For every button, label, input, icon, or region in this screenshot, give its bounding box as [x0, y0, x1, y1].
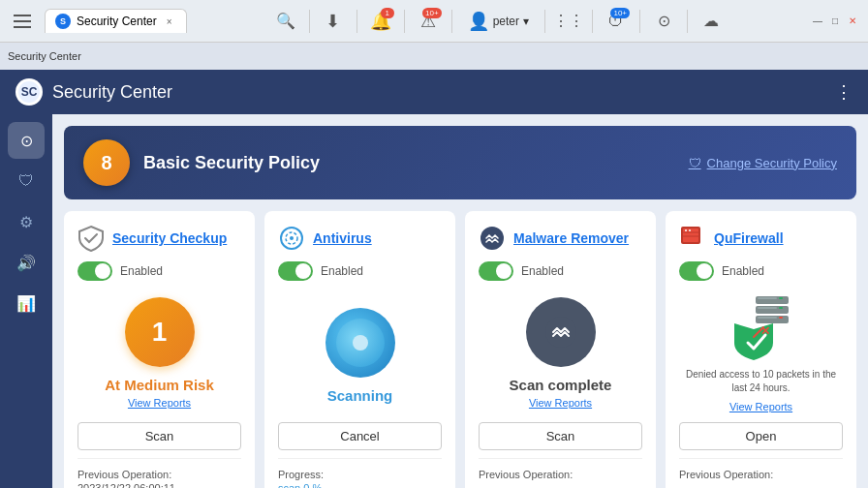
card-header-firewall: QuFirewall [679, 225, 843, 252]
toolbar-divider-8 [687, 10, 688, 33]
minimize-button[interactable]: — [810, 14, 825, 29]
security-toggle[interactable] [78, 261, 112, 281]
security-card-center: 1 At Medium Risk View Reports [78, 292, 241, 422]
search-toolbar-icon[interactable]: 🔍 [270, 6, 301, 37]
svg-rect-12 [758, 297, 777, 299]
user-button[interactable]: 👤 peter ▾ [460, 7, 537, 36]
svg-rect-18 [758, 317, 777, 319]
svg-rect-15 [758, 307, 777, 309]
app-logo-inner: SC [18, 81, 40, 103]
malware-prev-op-value: -- [479, 482, 642, 488]
app-title: Security Center [52, 82, 835, 103]
firewall-prev-op-label: Previous Operation: [679, 469, 843, 480]
security-toggle-row: Enabled [78, 261, 241, 281]
tab-close-button[interactable]: × [163, 15, 176, 28]
antivirus-toggle[interactable] [278, 261, 313, 281]
toolbar-divider-7 [639, 10, 640, 33]
scanning-dot [353, 335, 368, 351]
svg-point-9 [685, 229, 687, 231]
toolbar-divider-4 [451, 10, 452, 33]
window-controls: — □ ✕ [810, 14, 860, 29]
antivirus-status: Scanning [327, 387, 393, 404]
sidebar-item-shield[interactable]: 🛡 [8, 163, 45, 199]
antivirus-enabled-label: Enabled [321, 264, 363, 278]
qufirewall-icon [679, 225, 706, 252]
antivirus-card-center: Scanning [278, 292, 442, 422]
qufirewall-title[interactable]: QuFirewall [714, 230, 784, 246]
close-button[interactable]: ✕ [845, 14, 860, 29]
antivirus-card: Antivirus Enabled Scanning [264, 211, 455, 488]
app-logo: SC [16, 78, 43, 106]
antivirus-cancel-button[interactable]: Cancel [278, 422, 442, 450]
main-layout: ⊙ 🛡 ⚙ 🔊 📊 8 Basic Security Policy 🛡 Chan… [0, 114, 868, 488]
security-view-reports[interactable]: View Reports [128, 397, 191, 409]
browser-controls: S Security Center × [8, 6, 187, 37]
sidebar-item-chart[interactable]: 📊 [8, 285, 45, 321]
scanning-animation [326, 308, 395, 378]
browser-tab[interactable]: S Security Center × [45, 9, 187, 33]
malware-status: Scan complete [510, 377, 612, 393]
malware-toggle-row: Enabled [479, 261, 642, 281]
malware-view-reports[interactable]: View Reports [529, 397, 592, 409]
hamburger-button[interactable] [8, 6, 39, 37]
policy-icon: 8 [83, 139, 130, 186]
browser-toolbar: 🔍 ⬇ 🔔 1 ⚠ 10+ 👤 peter ▾ ⋮⋮ ⏱ 10+ ⊙ [187, 6, 810, 37]
toolbar-divider-6 [592, 10, 593, 33]
sidebar-item-clock[interactable]: ⊙ [8, 122, 45, 159]
app-menu-button[interactable]: ⋮ [835, 81, 852, 103]
security-checkup-card: Security Checkup Enabled 1 At Medium Ris… [64, 211, 255, 488]
malware-remover-icon [479, 225, 506, 252]
malware-card-center: Scan complete View Reports [479, 292, 642, 422]
card-header-antivirus: Antivirus [278, 225, 442, 252]
cards-grid: Security Checkup Enabled 1 At Medium Ris… [64, 211, 856, 488]
user-chevron-icon: ▾ [523, 15, 529, 28]
security-scan-button[interactable]: Scan [78, 422, 241, 450]
security-checkup-title[interactable]: Security Checkup [112, 230, 227, 246]
firewall-toggle-row: Enabled [679, 261, 843, 281]
svg-text:✕: ✕ [760, 324, 770, 338]
policy-title: Basic Security Policy [143, 153, 689, 173]
malware-toggle[interactable] [479, 261, 513, 281]
antivirus-title[interactable]: Antivirus [313, 230, 372, 246]
alert-icon[interactable]: ⚠ 10+ [413, 6, 444, 37]
card-header-security: Security Checkup [78, 225, 241, 252]
security-checkup-icon [78, 225, 105, 252]
change-policy-button[interactable]: 🛡 Change Security Policy [689, 156, 837, 170]
clock-icon[interactable]: ⏱ 10+ [601, 6, 632, 37]
malware-remover-title[interactable]: Malware Remover [513, 230, 629, 246]
sidebar-item-gear[interactable]: ⚙ [8, 203, 45, 240]
policy-banner: 8 Basic Security Policy 🛡 Change Securit… [64, 126, 856, 199]
svg-point-10 [689, 229, 691, 231]
more-options-icon[interactable]: ⋮⋮ [553, 6, 584, 37]
firewall-prev-op-value: -- [679, 482, 843, 488]
clock-badge: 10+ [610, 8, 630, 18]
firewall-denied-text: Denied access to 10 packets in the last … [679, 368, 843, 395]
risk-circle: 1 [125, 297, 195, 367]
antivirus-progress: Progress: scan 0 % [278, 458, 442, 488]
malware-prev-op-label: Previous Operation: [479, 469, 642, 480]
firewall-visual: ✕ [727, 292, 796, 362]
alert-badge: 10+ [422, 8, 442, 18]
download-icon[interactable]: ⬇ [318, 6, 349, 37]
firewall-toggle[interactable] [679, 261, 714, 281]
malware-scan-button[interactable]: Scan [479, 422, 642, 450]
user-name: peter [493, 15, 519, 28]
antivirus-progress-label: Progress: [278, 469, 442, 480]
sidebar-item-bell[interactable]: 🔊 [8, 244, 45, 281]
toolbar-divider-2 [356, 10, 357, 33]
notification-icon[interactable]: 🔔 1 [365, 6, 396, 37]
browser-title-bar: S Security Center × 🔍 ⬇ 🔔 1 ⚠ 10+ 👤 pete… [0, 0, 868, 43]
security-prev-op: Previous Operation: 2023/12/22 06:00:11 [78, 458, 241, 488]
toolbar-divider-5 [544, 10, 545, 33]
tab-favicon: S [55, 14, 71, 29]
security-prev-op-value: 2023/12/22 06:00:11 [78, 482, 241, 488]
firewall-open-button[interactable]: Open [679, 422, 843, 450]
cloud-icon[interactable]: ☁ [696, 6, 727, 37]
malware-remover-card: Malware Remover Enabled Scan complete Vi… [465, 211, 656, 488]
security-status: At Medium Risk [105, 377, 214, 393]
svg-rect-19 [779, 317, 783, 319]
maximize-button[interactable]: □ [827, 14, 843, 29]
firewall-view-reports[interactable]: View Reports [729, 401, 792, 412]
gauge-icon[interactable]: ⊙ [648, 6, 679, 37]
svg-rect-16 [779, 307, 783, 309]
